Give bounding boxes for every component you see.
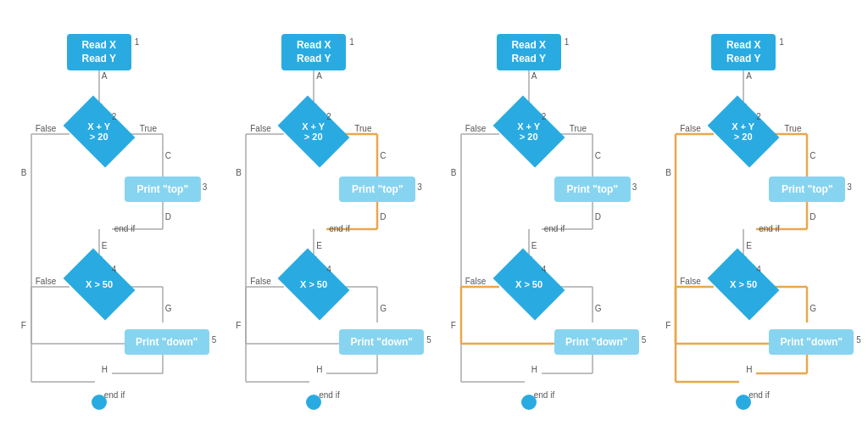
label-true-2: True: [354, 124, 371, 133]
label-1-2: 1: [349, 37, 354, 47]
label-5-1: 5: [212, 335, 217, 345]
label-H-1: H: [102, 365, 108, 374]
label-endIf1-3: end if: [544, 224, 565, 233]
label-B-3: B: [451, 168, 457, 177]
label-4-3: 4: [542, 265, 547, 274]
label-A-4: A: [746, 71, 752, 81]
label-5-4: 5: [856, 335, 861, 345]
end-node-3: [521, 395, 537, 410]
label-G-2: G: [380, 304, 387, 313]
start-node-4: Read XRead Y: [711, 34, 776, 70]
label-3-2: 3: [417, 182, 422, 192]
label-H-4: H: [746, 365, 752, 374]
label-5-2: 5: [426, 335, 431, 345]
print-top-2: Print "top": [339, 177, 415, 202]
label-D-4: D: [810, 212, 815, 221]
label-F-2: F: [236, 321, 241, 330]
label-1-4: 1: [779, 37, 784, 47]
label-C-1: C: [165, 151, 171, 160]
label-1-1: 1: [135, 37, 140, 47]
label-E-4: E: [746, 241, 752, 250]
label-G-1: G: [165, 304, 172, 313]
label-false2-2: False: [250, 277, 270, 286]
end-node-1: [92, 395, 107, 410]
label-A-3: A: [531, 71, 537, 81]
label-false-1: False: [36, 124, 56, 133]
diagram-1: Read XRead Y 1 A X + Y> 20 2 False True …: [14, 8, 209, 416]
label-3-1: 3: [203, 182, 208, 192]
label-G-3: G: [595, 304, 602, 313]
print-down-3: Print "down": [554, 329, 639, 355]
label-endIf1-2: end if: [329, 224, 349, 233]
label-4-1: 4: [112, 265, 117, 274]
label-endIf1-1: end if: [114, 224, 135, 233]
label-2-2: 2: [326, 112, 331, 121]
label-false2-4: False: [680, 277, 700, 286]
label-4-2: 4: [326, 265, 331, 274]
print-down-1: Print "down": [125, 329, 209, 355]
print-top-1: Print "top": [125, 177, 201, 202]
start-node-2: Read XRead Y: [281, 34, 346, 70]
start-node-1: Read XRead Y: [67, 34, 131, 70]
label-3-3: 3: [632, 182, 637, 192]
label-endIf2-3: end if: [534, 390, 554, 400]
print-down-2: Print "down": [339, 329, 424, 355]
label-E-3: E: [531, 241, 537, 250]
label-5-3: 5: [642, 335, 647, 345]
main-canvas: Read XRead Y 1 A X + Y> 20 2 False True …: [0, 0, 868, 426]
diagram-2: Read XRead Y 1 A X + Y> 20 2 False True …: [229, 8, 424, 416]
label-D-3: D: [595, 212, 601, 221]
label-3-4: 3: [847, 182, 852, 192]
label-false-4: False: [680, 124, 700, 133]
label-endIf2-2: end if: [319, 390, 339, 400]
label-B-1: B: [21, 168, 27, 177]
diagram-4: Read XRead Y 1 A X + Y> 20 2 False True …: [659, 8, 854, 416]
label-F-1: F: [21, 321, 26, 330]
label-C-3: C: [595, 151, 601, 160]
label-1-3: 1: [565, 37, 570, 47]
label-false-3: False: [465, 124, 486, 133]
label-true-4: True: [784, 124, 801, 133]
label-endIf2-1: end if: [104, 390, 125, 400]
label-E-1: E: [102, 241, 108, 250]
start-node-3: Read XRead Y: [497, 34, 561, 70]
label-H-2: H: [316, 365, 322, 374]
label-F-3: F: [451, 321, 456, 330]
label-A-1: A: [102, 71, 108, 81]
label-4-4: 4: [756, 265, 761, 274]
label-endIf2-4: end if: [748, 390, 769, 400]
label-false-2: False: [250, 124, 270, 133]
label-true-1: True: [140, 124, 157, 133]
label-false2-3: False: [465, 277, 486, 286]
label-A-2: A: [316, 71, 322, 81]
label-2-3: 2: [542, 112, 547, 121]
print-down-4: Print "down": [769, 329, 854, 355]
label-B-2: B: [236, 168, 242, 177]
label-H-3: H: [531, 365, 537, 374]
print-top-3: Print "top": [554, 177, 631, 202]
label-C-2: C: [380, 151, 386, 160]
label-2-4: 2: [756, 112, 761, 121]
label-G-4: G: [810, 304, 816, 313]
label-endIf1-4: end if: [759, 224, 779, 233]
label-C-4: C: [810, 151, 815, 160]
label-D-1: D: [165, 212, 171, 221]
label-F-4: F: [665, 321, 670, 330]
label-false2-1: False: [36, 277, 56, 286]
label-true-3: True: [570, 124, 587, 133]
label-2-1: 2: [112, 112, 117, 121]
diagram-3: Read XRead Y 1 A X + Y> 20 2 False True …: [444, 8, 639, 416]
label-B-4: B: [665, 168, 671, 177]
print-top-4: Print "top": [769, 177, 845, 202]
label-E-2: E: [316, 241, 322, 250]
label-D-2: D: [380, 212, 386, 221]
